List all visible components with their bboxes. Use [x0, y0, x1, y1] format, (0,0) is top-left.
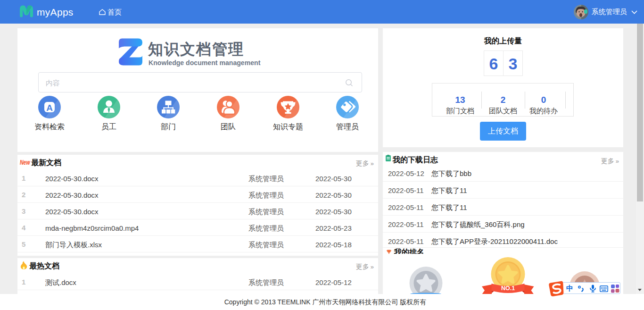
- svg-text:NO.1: NO.1: [501, 285, 515, 292]
- svg-text:A: A: [46, 103, 53, 113]
